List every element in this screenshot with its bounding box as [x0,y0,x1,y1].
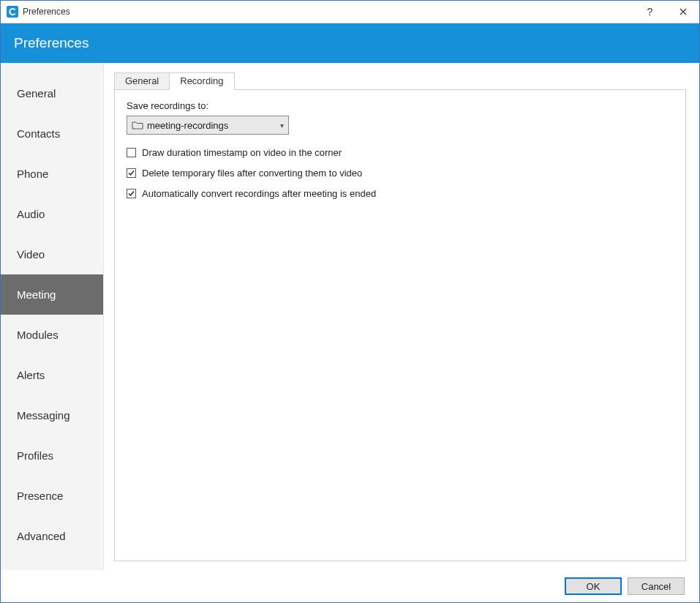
sidebar-item-alerts[interactable]: Alerts [1,355,103,395]
sidebar-item-phone[interactable]: Phone [1,154,103,194]
close-icon [680,6,687,18]
sidebar-item-profiles[interactable]: Profiles [1,435,103,476]
header-band: Preferences [1,23,699,63]
sidebar: General Contacts Phone Audio Video Meeti… [1,63,104,570]
close-button[interactable] [666,1,699,23]
sidebar-item-label: Video [17,248,45,261]
checkbox-auto-convert-label[interactable]: Automatically convert recordings after m… [142,188,376,199]
checkbox-delete-temp[interactable] [127,168,136,178]
sidebar-item-label: Alerts [17,369,45,381]
help-icon: ? [647,6,653,18]
option-row-timestamp: Draw duration timestamp on video in the … [127,143,674,161]
folder-icon [132,119,143,131]
sidebar-item-label: General [17,87,56,100]
sidebar-item-presence[interactable]: Presence [1,476,103,516]
sidebar-item-contacts[interactable]: Contacts [1,113,103,154]
chevron-down-icon: ▾ [275,121,288,130]
svg-rect-0 [7,6,18,18]
content-area: General Recording Save recordings to: me… [104,63,699,570]
tab-recording[interactable]: Recording [169,72,234,90]
save-recordings-label: Save recordings to: [127,100,674,111]
checkbox-timestamp-label[interactable]: Draw duration timestamp on video in the … [142,147,342,158]
save-folder-value: meeting-recordings [147,120,275,131]
cancel-button-label: Cancel [641,581,671,592]
app-icon [7,6,18,18]
footer: OK Cancel [1,570,699,602]
tab-label: General [125,75,159,86]
titlebar: Preferences ? [1,1,699,23]
sidebar-item-label: Profiles [17,449,53,462]
cancel-button[interactable]: Cancel [628,577,685,595]
sidebar-item-video[interactable]: Video [1,234,103,274]
tab-general[interactable]: General [114,72,170,90]
header-title: Preferences [14,35,89,51]
main-area: General Contacts Phone Audio Video Meeti… [1,63,699,570]
sidebar-item-audio[interactable]: Audio [1,194,103,234]
checkbox-auto-convert[interactable] [127,189,136,198]
help-button[interactable]: ? [633,1,666,23]
sidebar-item-general[interactable]: General [1,73,103,113]
sidebar-item-label: Phone [17,168,48,180]
sidebar-item-label: Meeting [17,288,56,301]
sidebar-item-advanced[interactable]: Advanced [1,516,103,556]
sidebar-item-label: Modules [17,329,59,341]
ok-button[interactable]: OK [565,577,622,595]
checkbox-delete-temp-label[interactable]: Delete temporary files after converting … [142,168,362,179]
window-title: Preferences [23,7,70,17]
sidebar-item-messaging[interactable]: Messaging [1,395,103,435]
sidebar-item-modules[interactable]: Modules [1,315,103,355]
tab-panel-recording: Save recordings to: meeting-recordings ▾… [114,89,686,561]
sidebar-item-label: Advanced [17,530,66,542]
sidebar-item-label: Messaging [17,409,70,422]
option-row-auto-convert: Automatically convert recordings after m… [127,184,674,202]
save-folder-dropdown[interactable]: meeting-recordings ▾ [127,116,289,135]
sidebar-item-label: Audio [17,208,45,220]
ok-button-label: OK [587,581,601,592]
tab-label: Recording [180,75,223,86]
sidebar-item-meeting[interactable]: Meeting [1,274,103,315]
preferences-window: Preferences ? Preferences General Contac… [0,0,700,603]
sidebar-item-label: Presence [17,490,63,502]
checkbox-timestamp[interactable] [127,148,136,157]
sidebar-item-label: Contacts [17,127,60,140]
option-row-delete-temp: Delete temporary files after converting … [127,164,674,181]
tabstrip: General Recording [114,72,686,90]
